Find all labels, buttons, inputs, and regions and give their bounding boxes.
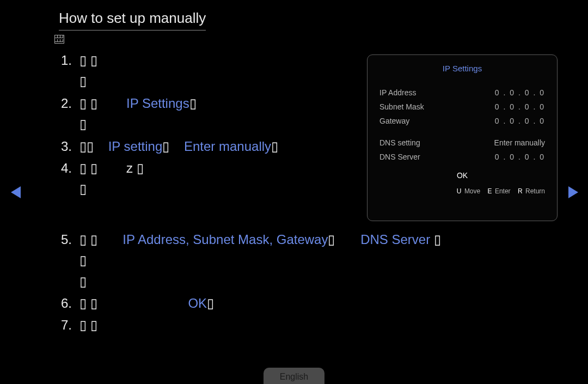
row-label: Subnet Mask: [379, 102, 424, 111]
hint-key: E: [488, 187, 492, 195]
step-number: 3.: [61, 136, 79, 157]
row-value: 0 . 0 . 0 . 0: [495, 153, 545, 161]
page-title: How to set up manually: [59, 10, 206, 31]
step-text: ▯: [271, 139, 278, 154]
step-number: 1.: [61, 50, 79, 92]
step-text: ▯: [79, 117, 87, 131]
row-subnet-mask[interactable]: Subnet Mask 0 . 0 . 0 . 0: [379, 102, 545, 111]
hint-key: R: [518, 187, 523, 195]
row-gateway[interactable]: Gateway 0 . 0 . 0 . 0: [379, 117, 545, 125]
step-text: ▯: [79, 274, 87, 289]
step-number: 2.: [61, 93, 79, 135]
step-text: ▯ ▯: [79, 96, 97, 111]
row-value: 0 . 0 . 0 . 0: [495, 117, 545, 125]
highlight-dns-server: DNS Server: [360, 232, 430, 247]
step-text: ▯: [189, 96, 197, 111]
step-text: ▯ ▯: [79, 232, 97, 247]
row-ip-address[interactable]: IP Address 0 . 0 . 0 . 0: [379, 88, 545, 97]
step-text: ▯ ▯: [79, 161, 97, 175]
hint-key: U: [457, 187, 462, 195]
row-dns-server[interactable]: DNS Server 0 . 0 . 0 . 0: [379, 153, 545, 161]
step-5: 5. ▯ ▯ IP Address, Subnet Mask, Gateway▯…: [61, 229, 556, 292]
step-7: 7. ▯ ▯: [61, 315, 556, 336]
hint-label: Enter: [495, 187, 511, 195]
row-label: IP Address: [379, 88, 416, 97]
row-value: Enter manually: [494, 138, 545, 147]
row-label: DNS Server: [379, 153, 420, 161]
panel-footer-hints: U Move E Enter R Return: [379, 187, 545, 195]
language-button[interactable]: English: [264, 368, 324, 384]
ip-settings-panel: IP Settings IP Address 0 . 0 . 0 . 0 Sub…: [367, 54, 558, 221]
step-text: ▯: [430, 232, 441, 247]
panel-title: IP Settings: [379, 64, 545, 73]
network-icon: [54, 35, 64, 44]
step-6: 6. ▯ ▯ OK▯: [61, 293, 556, 314]
step-text: ▯: [162, 139, 169, 154]
step-text: z ▯: [126, 161, 144, 175]
row-value: 0 . 0 . 0 . 0: [495, 88, 545, 97]
step-text: ▯ ▯: [79, 53, 97, 68]
step-text: ▯: [79, 253, 87, 267]
step-text: ▯: [207, 296, 214, 310]
hint-label: Return: [525, 187, 545, 195]
step-text: ▯: [328, 232, 335, 247]
step-number: 5.: [61, 229, 79, 292]
row-label: Gateway: [379, 117, 409, 125]
step-text: ▯: [79, 181, 87, 196]
highlight-fields: IP Address, Subnet Mask, Gateway: [122, 232, 328, 247]
prev-page-arrow[interactable]: [11, 186, 21, 198]
step-text: ▯: [79, 74, 87, 88]
step-text: ▯ ▯: [79, 296, 97, 310]
step-number: 7.: [61, 315, 79, 336]
highlight-enter-manually: Enter manually: [184, 139, 271, 154]
highlight-ip-setting: IP setting: [108, 139, 163, 154]
highlight-ip-settings: IP Settings: [126, 96, 189, 111]
row-label: DNS setting: [379, 138, 420, 147]
step-number: 4.: [61, 158, 79, 200]
step-text: ▯▯: [79, 139, 94, 154]
next-page-arrow[interactable]: [568, 186, 578, 198]
row-dns-setting[interactable]: DNS setting Enter manually: [379, 138, 545, 147]
ok-button[interactable]: OK: [379, 171, 545, 180]
step-number: 6.: [61, 293, 79, 314]
step-text: ▯ ▯: [79, 318, 97, 332]
hint-label: Move: [464, 187, 480, 195]
row-value: 0 . 0 . 0 . 0: [495, 102, 545, 111]
highlight-ok: OK: [188, 296, 207, 310]
